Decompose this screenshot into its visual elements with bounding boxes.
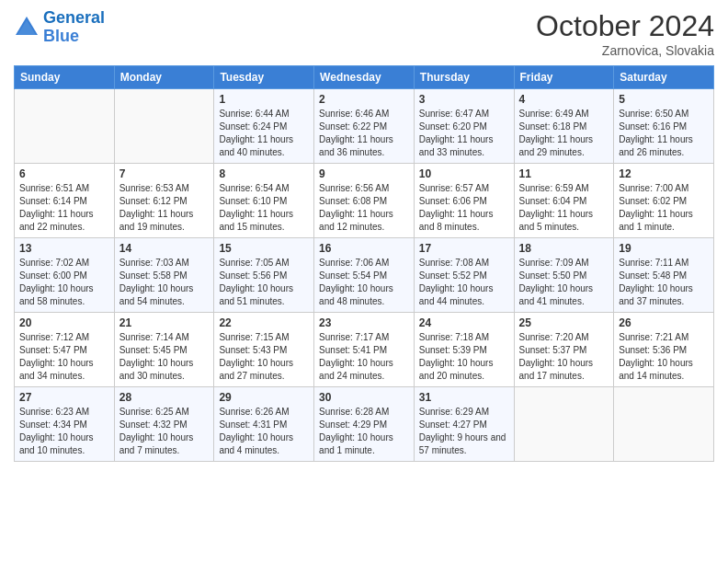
day-info: Sunrise: 6:57 AMSunset: 6:06 PMDaylight:…	[419, 182, 509, 234]
day-number: 4	[519, 93, 609, 106]
calendar-cell: 9Sunrise: 6:56 AMSunset: 6:08 PMDaylight…	[314, 164, 415, 238]
calendar-cell: 12Sunrise: 7:00 AMSunset: 6:02 PMDayligh…	[614, 164, 714, 238]
day-number: 23	[319, 316, 409, 329]
day-info: Sunrise: 6:47 AMSunset: 6:20 PMDaylight:…	[419, 108, 509, 159]
day-number: 13	[19, 242, 109, 255]
calendar-cell: 29Sunrise: 6:26 AMSunset: 4:31 PMDayligh…	[214, 387, 314, 462]
logo-icon	[14, 15, 40, 40]
day-number: 11	[519, 167, 609, 180]
day-number: 26	[619, 316, 709, 329]
day-number: 7	[119, 167, 210, 180]
calendar-week-2: 6Sunrise: 6:51 AMSunset: 6:14 PMDaylight…	[15, 164, 714, 238]
calendar-week-4: 20Sunrise: 7:12 AMSunset: 5:47 PMDayligh…	[15, 313, 714, 387]
calendar-cell: 14Sunrise: 7:03 AMSunset: 5:58 PMDayligh…	[114, 238, 214, 313]
day-number: 1	[219, 93, 309, 106]
day-number: 15	[219, 242, 309, 255]
calendar-cell: 31Sunrise: 6:29 AMSunset: 4:27 PMDayligh…	[414, 387, 514, 462]
day-info: Sunrise: 7:02 AMSunset: 6:00 PMDaylight:…	[19, 257, 109, 308]
calendar-cell: 6Sunrise: 6:51 AMSunset: 6:14 PMDaylight…	[15, 164, 115, 238]
day-info: Sunrise: 7:18 AMSunset: 5:39 PMDaylight:…	[419, 331, 509, 383]
logo-line2: Blue	[43, 27, 79, 45]
calendar-cell: 15Sunrise: 7:05 AMSunset: 5:56 PMDayligh…	[214, 238, 314, 313]
main-container: General Blue October 2024 Zarnovica, Slo…	[0, 0, 728, 471]
day-info: Sunrise: 6:23 AMSunset: 4:34 PMDaylight:…	[19, 406, 109, 457]
calendar-cell	[614, 387, 714, 462]
day-info: Sunrise: 6:51 AMSunset: 6:14 PMDaylight:…	[19, 182, 109, 234]
calendar-cell: 22Sunrise: 7:15 AMSunset: 5:43 PMDayligh…	[214, 313, 314, 387]
calendar-cell: 11Sunrise: 6:59 AMSunset: 6:04 PMDayligh…	[514, 164, 614, 238]
day-number: 17	[419, 242, 509, 255]
day-number: 14	[119, 242, 210, 255]
calendar-cell: 25Sunrise: 7:20 AMSunset: 5:37 PMDayligh…	[514, 313, 614, 387]
day-info: Sunrise: 7:11 AMSunset: 5:48 PMDaylight:…	[619, 257, 709, 308]
calendar-cell: 5Sunrise: 6:50 AMSunset: 6:16 PMDaylight…	[614, 89, 714, 164]
day-info: Sunrise: 7:17 AMSunset: 5:41 PMDaylight:…	[319, 331, 409, 383]
location: Zarnovica, Slovakia	[536, 43, 714, 58]
day-info: Sunrise: 6:25 AMSunset: 4:32 PMDaylight:…	[119, 406, 210, 457]
day-info: Sunrise: 6:50 AMSunset: 6:16 PMDaylight:…	[619, 108, 709, 159]
weekday-header-sunday: Sunday	[15, 66, 115, 89]
logo-text: General Blue	[43, 9, 105, 46]
day-number: 30	[319, 391, 409, 404]
day-info: Sunrise: 7:00 AMSunset: 6:02 PMDaylight:…	[619, 182, 709, 234]
day-number: 2	[319, 93, 409, 106]
day-info: Sunrise: 7:03 AMSunset: 5:58 PMDaylight:…	[119, 257, 210, 308]
day-number: 25	[519, 316, 609, 329]
calendar-cell: 2Sunrise: 6:46 AMSunset: 6:22 PMDaylight…	[314, 89, 415, 164]
day-number: 12	[619, 167, 709, 180]
calendar-week-1: 1Sunrise: 6:44 AMSunset: 6:24 PMDaylight…	[15, 89, 714, 164]
calendar-cell: 7Sunrise: 6:53 AMSunset: 6:12 PMDaylight…	[114, 164, 214, 238]
day-number: 9	[319, 167, 409, 180]
day-number: 24	[419, 316, 509, 329]
day-info: Sunrise: 6:44 AMSunset: 6:24 PMDaylight:…	[219, 108, 309, 159]
day-info: Sunrise: 7:09 AMSunset: 5:50 PMDaylight:…	[519, 257, 609, 308]
calendar-cell: 10Sunrise: 6:57 AMSunset: 6:06 PMDayligh…	[414, 164, 514, 238]
weekday-header-monday: Monday	[114, 66, 214, 89]
calendar-cell: 16Sunrise: 7:06 AMSunset: 5:54 PMDayligh…	[314, 238, 415, 313]
day-number: 6	[19, 167, 109, 180]
calendar-cell: 26Sunrise: 7:21 AMSunset: 5:36 PMDayligh…	[614, 313, 714, 387]
day-number: 16	[319, 242, 409, 255]
calendar-cell: 1Sunrise: 6:44 AMSunset: 6:24 PMDaylight…	[214, 89, 314, 164]
calendar-week-5: 27Sunrise: 6:23 AMSunset: 4:34 PMDayligh…	[15, 387, 714, 462]
calendar-table: SundayMondayTuesdayWednesdayThursdayFrid…	[14, 65, 714, 462]
logo: General Blue	[14, 9, 105, 46]
calendar-cell: 28Sunrise: 6:25 AMSunset: 4:32 PMDayligh…	[114, 387, 214, 462]
day-info: Sunrise: 7:15 AMSunset: 5:43 PMDaylight:…	[219, 331, 309, 383]
day-info: Sunrise: 7:20 AMSunset: 5:37 PMDaylight:…	[519, 331, 609, 383]
title-block: October 2024 Zarnovica, Slovakia	[536, 9, 714, 58]
calendar-cell: 13Sunrise: 7:02 AMSunset: 6:00 PMDayligh…	[15, 238, 115, 313]
day-info: Sunrise: 6:49 AMSunset: 6:18 PMDaylight:…	[519, 108, 609, 159]
calendar-cell: 23Sunrise: 7:17 AMSunset: 5:41 PMDayligh…	[314, 313, 415, 387]
day-number: 8	[219, 167, 309, 180]
day-info: Sunrise: 6:26 AMSunset: 4:31 PMDaylight:…	[219, 406, 309, 457]
calendar-cell	[514, 387, 614, 462]
calendar-cell: 19Sunrise: 7:11 AMSunset: 5:48 PMDayligh…	[614, 238, 714, 313]
day-number: 28	[119, 391, 210, 404]
day-number: 21	[119, 316, 210, 329]
calendar-cell	[15, 89, 115, 164]
day-info: Sunrise: 6:53 AMSunset: 6:12 PMDaylight:…	[119, 182, 210, 234]
calendar-cell: 30Sunrise: 6:28 AMSunset: 4:29 PMDayligh…	[314, 387, 415, 462]
day-number: 10	[419, 167, 509, 180]
day-info: Sunrise: 6:56 AMSunset: 6:08 PMDaylight:…	[319, 182, 409, 234]
header: General Blue October 2024 Zarnovica, Slo…	[14, 9, 714, 58]
calendar-cell: 21Sunrise: 7:14 AMSunset: 5:45 PMDayligh…	[114, 313, 214, 387]
weekday-header-row: SundayMondayTuesdayWednesdayThursdayFrid…	[15, 66, 714, 89]
calendar-cell: 27Sunrise: 6:23 AMSunset: 4:34 PMDayligh…	[15, 387, 115, 462]
day-info: Sunrise: 7:14 AMSunset: 5:45 PMDaylight:…	[119, 331, 210, 383]
day-info: Sunrise: 7:05 AMSunset: 5:56 PMDaylight:…	[219, 257, 309, 308]
calendar-cell: 3Sunrise: 6:47 AMSunset: 6:20 PMDaylight…	[414, 89, 514, 164]
day-number: 3	[419, 93, 509, 106]
calendar-cell: 24Sunrise: 7:18 AMSunset: 5:39 PMDayligh…	[414, 313, 514, 387]
day-number: 31	[419, 391, 509, 404]
day-info: Sunrise: 6:29 AMSunset: 4:27 PMDaylight:…	[419, 406, 509, 457]
weekday-header-thursday: Thursday	[414, 66, 514, 89]
day-number: 18	[519, 242, 609, 255]
day-info: Sunrise: 6:46 AMSunset: 6:22 PMDaylight:…	[319, 108, 409, 159]
day-number: 5	[619, 93, 709, 106]
day-number: 22	[219, 316, 309, 329]
calendar-cell: 17Sunrise: 7:08 AMSunset: 5:52 PMDayligh…	[414, 238, 514, 313]
day-info: Sunrise: 7:08 AMSunset: 5:52 PMDaylight:…	[419, 257, 509, 308]
day-number: 20	[19, 316, 109, 329]
